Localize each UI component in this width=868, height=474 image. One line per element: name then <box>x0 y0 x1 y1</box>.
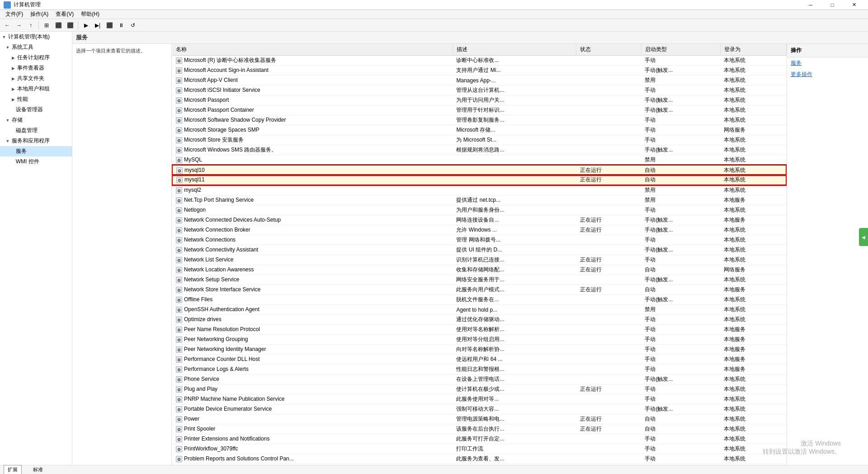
toolbar-btn2[interactable]: ⬛ <box>53 20 64 31</box>
table-row[interactable]: ⚙Netlogon为用户和服务身份...手动本地系统 <box>172 205 786 215</box>
table-row[interactable]: ⚙Network Connectivity Assistant提供 UI 组件的… <box>172 245 786 255</box>
toolbar-pause[interactable]: ⏸ <box>116 20 127 31</box>
table-row[interactable]: ⚙mysql10正在运行自动本地系统 <box>172 165 786 175</box>
toolbar-restart[interactable]: ↺ <box>127 20 138 31</box>
service-name-cell: ⚙Microsoft Storage Spaces SMP <box>172 125 453 135</box>
table-row[interactable]: ⚙Microsoft Windows SMS 路由器服务。根据规则将消息路...… <box>172 145 786 155</box>
services-table-container[interactable]: 名称 描述 状态 启动类型 登录为 ⚙Microsoft (R) 诊断中心标准收… <box>172 44 787 465</box>
sidebar-shared-folders[interactable]: ▶ 共享文件夹 <box>0 73 72 84</box>
sidebar-storage[interactable]: ▼ 存储 <box>0 115 72 125</box>
table-row[interactable]: ⚙Network List Service识别计算机已连接...正在运行手动本地… <box>172 255 786 265</box>
service-status-cell <box>576 135 641 145</box>
col-name[interactable]: 名称 <box>172 44 453 56</box>
toolbar-stop[interactable]: ⬛ <box>104 20 115 31</box>
table-row[interactable]: ⚙Network Setup Service网络安全服务用于...手动(触发..… <box>172 275 786 285</box>
table-row[interactable]: ⚙Portable Device Enumerator Service强制可移动… <box>172 404 786 414</box>
table-row[interactable]: ⚙Network Connection Broker允许 Windows ...… <box>172 225 786 235</box>
table-row[interactable]: ⚙MySQL禁用本地系统 <box>172 155 786 166</box>
service-login-cell: 网络服务 <box>720 125 786 135</box>
table-row[interactable]: ⚙Network Connected Devices Auto-Setup网络连… <box>172 215 786 225</box>
table-row[interactable]: ⚙Microsoft Store 安装服务为 Microsoft St...手动… <box>172 135 786 145</box>
table-row[interactable]: ⚙Microsoft Account Sign-in Assistant支持用户… <box>172 66 786 76</box>
toolbar-forward[interactable]: → <box>14 20 24 31</box>
table-row[interactable]: ⚙Net.Tcp Port Sharing Service提供通过 net.tc… <box>172 195 786 205</box>
table-row[interactable]: ⚙Network Store Interface Service此服务向用户模式… <box>172 285 786 295</box>
col-desc[interactable]: 描述 <box>453 44 576 56</box>
table-row[interactable]: ⚙PNRP Machine Name Publication Service此服… <box>172 394 786 404</box>
menu-file[interactable]: 文件(F) <box>2 9 27 19</box>
sidebar-system-tools[interactable]: ▼ 系统工具 <box>0 42 72 52</box>
service-login-cell: 本地系统 <box>720 165 786 175</box>
menu-help[interactable]: 帮助(H) <box>77 9 103 19</box>
close-button[interactable]: ✕ <box>844 0 864 10</box>
table-row[interactable]: ⚙Peer Networking Grouping使用对等分组启用...手动本地… <box>172 335 786 345</box>
service-name-cell: ⚙Peer Networking Identity Manager <box>172 345 453 355</box>
sidebar-label-system: 系统工具 <box>12 43 33 51</box>
sidebar-local-users[interactable]: ▶ 本地用户和组 <box>0 84 72 94</box>
toolbar-btn1[interactable]: ⊞ <box>41 20 52 31</box>
service-desc-cell: 使用对等名称解析... <box>453 325 576 335</box>
service-login-cell: 本地系统 <box>720 56 786 66</box>
table-row[interactable]: ⚙Performance Logs & Alerts性能日志和警报根...手动本… <box>172 365 786 374</box>
menu-action[interactable]: 操作(A) <box>27 9 52 19</box>
table-row[interactable]: ⚙Microsoft Passport Container管理用于针对标识...… <box>172 105 786 115</box>
table-row[interactable]: ⚙Network Location Awareness收集和存储网络配...正在… <box>172 265 786 275</box>
sidebar-disk-mgmt[interactable]: 磁盘管理 <box>0 125 72 136</box>
service-login-cell: 本地系统 <box>720 155 786 166</box>
sidebar-root[interactable]: ▼ 计算机管理(本地) <box>0 32 72 42</box>
table-row[interactable]: ⚙Print Spooler该服务在后台执行...正在运行自动本地系统 <box>172 424 786 434</box>
sidebar-services[interactable]: 服务 <box>0 146 72 156</box>
services-table: 名称 描述 状态 启动类型 登录为 ⚙Microsoft (R) 诊断中心标准收… <box>172 44 787 464</box>
sidebar-wmi[interactable]: WMI 控件 <box>0 156 72 167</box>
toolbar-back[interactable]: ← <box>2 20 13 31</box>
service-start-cell: 手动 <box>641 135 720 145</box>
ops-more-link[interactable]: 更多操作 <box>787 69 868 80</box>
sidebar-event-viewer[interactable]: ▶ 事件查看器 <box>0 63 72 73</box>
table-row[interactable]: ⚙Network Connections管理 网络和拨号...手动本地系统 <box>172 235 786 245</box>
table-row[interactable]: ⚙Microsoft Software Shadow Copy Provider… <box>172 115 786 125</box>
status-tab-standard[interactable]: 标准 <box>29 465 47 474</box>
service-name-cell: ⚙PNRP Machine Name Publication Service <box>172 394 453 404</box>
ops-service-link[interactable]: 服务 <box>787 57 868 69</box>
sidebar-task-scheduler[interactable]: ▶ 任务计划程序 <box>0 52 72 63</box>
table-row[interactable]: ⚙Phone Service在设备上管理电话...手动(触发...本地系统 <box>172 374 786 384</box>
service-name-text: Network Setup Service <box>184 276 239 283</box>
service-login-cell: 本地系统 <box>720 315 786 325</box>
table-row[interactable]: ⚙Plug and Play使计算机在极少或...正在运行手动本地系统 <box>172 384 786 394</box>
table-row[interactable]: ⚙Problem Reports and Solutions Control P… <box>172 454 786 464</box>
status-tab-expand[interactable]: 扩展 <box>4 465 22 474</box>
toolbar-play-next[interactable]: ▶| <box>92 20 103 31</box>
table-row[interactable]: ⚙mysql11正在运行自动本地系统 <box>172 175 786 185</box>
table-row[interactable]: ⚙Optimize drives通过优化存储驱动...手动本地系统 <box>172 315 786 325</box>
table-row[interactable]: ⚙Power管理电源策略和电...正在运行自动本地系统 <box>172 414 786 424</box>
table-row[interactable]: ⚙Performance Counter DLL Host使远程用户和 64 .… <box>172 355 786 365</box>
table-row[interactable]: ⚙Printer Extensions and Notifications此服务… <box>172 434 786 444</box>
table-row[interactable]: ⚙mysql2禁用本地系统 <box>172 185 786 195</box>
table-row[interactable]: ⚙Microsoft Passport为用于访问用户关...手动(触发...本地… <box>172 95 786 105</box>
table-row[interactable]: ⚙Microsoft App-V ClientManages App-...禁用… <box>172 76 786 85</box>
table-row[interactable]: ⚙Microsoft Storage Spaces SMPMicrosoft 存… <box>172 125 786 135</box>
toolbar-up[interactable]: ↑ <box>25 20 36 31</box>
col-login[interactable]: 登录为 <box>720 44 786 56</box>
service-login-cell: 本地服务 <box>720 325 786 335</box>
green-circle-button[interactable]: ◀ <box>859 228 868 246</box>
service-name-text: mysql11 <box>184 176 205 183</box>
minimize-button[interactable]: ─ <box>800 0 821 10</box>
toolbar-btn3[interactable]: ⬛ <box>65 20 75 31</box>
table-row[interactable]: ⚙Offline Files脱机文件服务在...手动(触发...本地系统 <box>172 295 786 305</box>
table-row[interactable]: ⚙OpenSSH Authentication AgentAgent to ho… <box>172 305 786 315</box>
menu-view[interactable]: 查看(V) <box>52 9 77 19</box>
sidebar-performance[interactable]: ▶ 性能 <box>0 94 72 104</box>
toolbar-play[interactable]: ▶ <box>80 20 91 31</box>
table-row[interactable]: ⚙Microsoft (R) 诊断中心标准收集器服务诊断中心标准收...手动本地… <box>172 56 786 66</box>
maximize-button[interactable]: □ <box>822 0 843 10</box>
sidebar-device-manager[interactable]: 设备管理器 <box>0 104 72 115</box>
table-row[interactable]: ⚙Peer Name Resolution Protocol使用对等名称解析..… <box>172 325 786 335</box>
table-row[interactable]: ⚙PrintWorkflow_3079ffc打印工作流手动本地系统 <box>172 444 786 454</box>
sidebar-services-apps[interactable]: ▼ 服务和应用程序 <box>0 136 72 146</box>
table-row[interactable]: ⚙Microsoft iSCSI Initiator Service管理从这台计… <box>172 85 786 95</box>
col-status[interactable]: 状态 <box>576 44 641 56</box>
table-row[interactable]: ⚙Peer Networking Identity Manager向对等名称解析… <box>172 345 786 355</box>
col-starttype[interactable]: 启动类型 <box>641 44 720 56</box>
service-icon: ⚙ <box>176 366 182 373</box>
